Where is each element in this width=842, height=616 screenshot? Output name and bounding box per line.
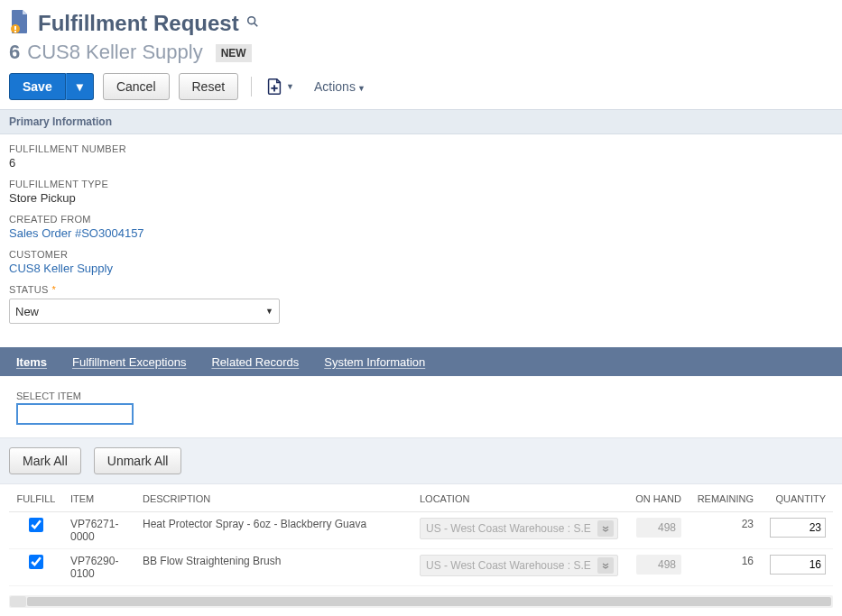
cell-item: VP76290-0100 bbox=[63, 549, 135, 586]
save-button[interactable]: Save bbox=[9, 73, 66, 100]
col-item: ITEM bbox=[63, 484, 135, 512]
fulfillment-number-value: 6 bbox=[9, 156, 833, 170]
cell-remaining: 23 bbox=[689, 512, 761, 549]
customer-label: CUSTOMER bbox=[9, 249, 833, 260]
actions-menu[interactable]: Actions▼ bbox=[314, 79, 365, 94]
created-from-link[interactable]: Sales Order #SO3004157 bbox=[9, 226, 833, 240]
fulfill-checkbox[interactable] bbox=[29, 555, 43, 569]
section-primary-info-header: Primary Information bbox=[0, 109, 842, 134]
actions-menu-label: Actions bbox=[314, 79, 356, 94]
action-bar: Save ▼ Cancel Reset ▼ Actions▼ bbox=[0, 64, 842, 109]
cell-on-hand: 498 bbox=[636, 518, 681, 538]
select-item-input[interactable] bbox=[16, 403, 134, 425]
cell-on-hand: 498 bbox=[636, 555, 681, 575]
table-row: VP76271-0000 Heat Protector Spray - 6oz … bbox=[9, 512, 833, 549]
fulfillment-number-label: FULFILLMENT NUMBER bbox=[9, 143, 833, 154]
tab-fulfillment-exceptions[interactable]: Fulfillment Exceptions bbox=[60, 347, 199, 376]
select-item-label: SELECT ITEM bbox=[16, 391, 833, 401]
status-badge: NEW bbox=[216, 44, 252, 62]
location-select[interactable]: US - West Coast Warehouse : S.E bbox=[420, 518, 618, 539]
quantity-input[interactable] bbox=[770, 555, 826, 575]
save-button-group: Save ▼ bbox=[9, 73, 94, 100]
chevron-down-icon: ▼ bbox=[265, 307, 273, 316]
col-fulfill: FULFILL bbox=[9, 484, 63, 512]
fulfill-checkbox[interactable] bbox=[29, 518, 43, 532]
save-dropdown-button[interactable]: ▼ bbox=[66, 73, 94, 100]
page-icon bbox=[9, 9, 31, 37]
customize-icon[interactable]: ▼ bbox=[264, 77, 294, 97]
location-value: US - West Coast Warehouse : S.E bbox=[426, 522, 591, 535]
cell-description: Heat Protector Spray - 6oz - Blackberry … bbox=[135, 512, 412, 549]
svg-line-4 bbox=[254, 23, 257, 27]
chevron-down-icon bbox=[597, 557, 614, 574]
tab-related-records[interactable]: Related Records bbox=[199, 347, 311, 376]
divider bbox=[251, 77, 252, 97]
tab-bar: Items Fulfillment Exceptions Related Rec… bbox=[0, 347, 842, 376]
cell-item: VP76271-0000 bbox=[63, 512, 135, 549]
chevron-down-icon bbox=[597, 520, 614, 537]
tab-items[interactable]: Items bbox=[4, 347, 60, 376]
record-id: 6 bbox=[9, 41, 20, 64]
tab-system-information[interactable]: System Information bbox=[311, 347, 438, 376]
col-description: DESCRIPTION bbox=[135, 484, 412, 512]
mark-all-button[interactable]: Mark All bbox=[9, 447, 81, 474]
col-remaining: REMAINING bbox=[689, 484, 761, 512]
quantity-input[interactable] bbox=[770, 518, 826, 538]
created-from-label: CREATED FROM bbox=[9, 214, 833, 225]
fulfillment-type-value: Store Pickup bbox=[9, 191, 833, 205]
location-value: US - West Coast Warehouse : S.E bbox=[426, 559, 591, 572]
status-label: STATUS* bbox=[9, 284, 833, 295]
cancel-button[interactable]: Cancel bbox=[103, 73, 170, 100]
fulfillment-type-label: FULFILLMENT TYPE bbox=[9, 179, 833, 189]
customer-link[interactable]: CUS8 Keller Supply bbox=[9, 262, 833, 275]
location-select[interactable]: US - West Coast Warehouse : S.E bbox=[420, 555, 618, 576]
unmark-all-button[interactable]: Unmark All bbox=[94, 447, 182, 474]
page-title: Fulfillment Request bbox=[38, 11, 239, 36]
col-quantity: QUANTITY bbox=[761, 484, 833, 512]
reset-button[interactable]: Reset bbox=[179, 73, 239, 100]
svg-point-3 bbox=[247, 17, 254, 24]
cell-description: BB Flow Straightening Brush bbox=[135, 549, 412, 586]
col-location: LOCATION bbox=[412, 484, 625, 512]
cell-remaining: 16 bbox=[689, 549, 761, 586]
record-name: CUS8 Keller Supply bbox=[27, 41, 202, 64]
svg-rect-2 bbox=[14, 31, 16, 32]
horizontal-scrollbar[interactable] bbox=[9, 595, 833, 608]
status-select-value: New bbox=[15, 305, 39, 318]
search-icon[interactable] bbox=[246, 15, 259, 31]
table-row: VP76290-0100 BB Flow Straightening Brush… bbox=[9, 549, 833, 586]
items-table: FULFILL ITEM DESCRIPTION LOCATION ON HAN… bbox=[9, 484, 833, 586]
status-select[interactable]: New ▼ bbox=[9, 299, 280, 324]
svg-rect-1 bbox=[14, 26, 16, 30]
col-on-hand: ON HAND bbox=[625, 484, 689, 512]
